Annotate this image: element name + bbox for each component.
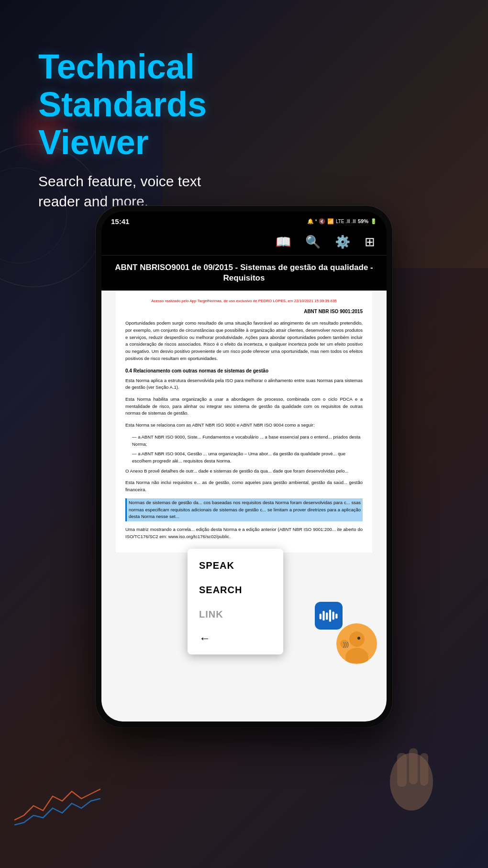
notification-icons: 🔔 * 🔇 <box>307 218 325 225</box>
wifi-icon: 📶 <box>327 218 334 225</box>
context-menu-search[interactable]: SEARCH <box>188 578 283 602</box>
document-page: Acesso realizado pelo App TargetNormas, … <box>116 291 372 552</box>
title-line3: Viewer <box>38 124 207 161</box>
svg-rect-12 <box>397 753 407 787</box>
header-area: Technical Standards Viewer Search featur… <box>38 48 207 212</box>
bullet-9000: — a ABNT NBR ISO 9000, Siste... Fundamen… <box>132 434 363 448</box>
document-content[interactable]: Acesso realizado pelo App TargetNormas, … <box>101 291 387 721</box>
battery-indicator: 59% <box>358 218 368 224</box>
grid-icon[interactable]: ⊞ <box>365 235 375 249</box>
title-line2: Standards <box>38 86 207 124</box>
mascot-face: ))) <box>336 623 377 664</box>
status-time: 15:41 <box>111 217 129 225</box>
status-bar: 15:41 🔔 * 🔇 📶 LTE .lll .lll 59% 🔋 <box>101 212 387 229</box>
phone-screen: 15:41 🔔 * 🔇 📶 LTE .lll .lll 59% 🔋 📖 🔍 ⚙️… <box>101 212 387 721</box>
svg-rect-5 <box>335 614 337 619</box>
hand-svg <box>383 724 440 820</box>
voice-mascot: ))) <box>315 602 377 664</box>
svg-rect-1 <box>322 611 324 620</box>
svg-rect-13 <box>409 748 418 784</box>
search-icon[interactable]: 🔍 <box>305 235 321 249</box>
title-line1: Technical <box>38 48 207 86</box>
paragraph-matriz: Uma matriz mostrando a correla... edição… <box>125 526 363 540</box>
line-chart-svg <box>14 782 100 830</box>
paragraph-norma-habilita: Esta Norma habilita uma organização a us… <box>125 396 363 417</box>
phone-outer-shell: 15:41 🔔 * 🔇 📶 LTE .lll .lll 59% 🔋 📖 🔍 ⚙️… <box>96 206 392 727</box>
paragraph-highlighted: Normas de sistemas de gestão da... cos b… <box>125 498 363 521</box>
book-icon[interactable]: 📖 <box>276 235 291 249</box>
document-title-bar: ABNT NBRISO9001 de 09/2015 - Sistemas de… <box>101 256 387 291</box>
status-icons: 🔔 * 🔇 📶 LTE .lll .lll 59% 🔋 <box>307 218 377 225</box>
context-menu-popup[interactable]: SPEAK SEARCH LINK ← <box>188 549 283 654</box>
paragraph-norma-nao-inclui: Esta Norma não inclui requisitos e... as… <box>125 479 363 493</box>
document-title: ABNT NBRISO9001 de 09/2015 - Sistemas de… <box>111 262 377 283</box>
svg-rect-3 <box>329 610 331 622</box>
app-subtitle: Search feature, voice text reader and mo… <box>38 171 206 212</box>
svg-rect-14 <box>420 753 428 786</box>
phone-mockup: 15:41 🔔 * 🔇 📶 LTE .lll .lll 59% 🔋 📖 🔍 ⚙️… <box>96 206 392 727</box>
svg-rect-0 <box>320 614 322 620</box>
face-svg: ))) <box>338 625 376 663</box>
svg-rect-4 <box>333 612 334 620</box>
app-title: Technical Standards Viewer <box>38 48 207 162</box>
wave-bars-svg <box>319 606 339 625</box>
svg-rect-2 <box>326 612 328 620</box>
norm-reference: ABNT NBR ISO 9001:2015 <box>125 308 363 315</box>
context-menu-link[interactable]: LINK <box>188 602 283 627</box>
battery-icon: 🔋 <box>370 218 377 225</box>
bullet-9004: — a ABNT NBR ISO 9004, Gestão ... uma or… <box>132 451 363 464</box>
settings-icon[interactable]: ⚙️ <box>335 235 350 249</box>
wave-animation-bubble <box>315 602 343 630</box>
document-watermark: Acesso realizado pelo App TargetNormas, … <box>125 298 363 304</box>
paragraph-norma-relaciona: Esta Norma se relaciona com as ABNT NBR … <box>125 422 363 429</box>
hand-decoration <box>383 724 469 844</box>
signal-icons: LTE .lll .lll <box>336 219 356 224</box>
context-menu-back[interactable]: ← <box>188 627 283 650</box>
context-menu-speak[interactable]: SPEAK <box>188 553 283 578</box>
chart-decoration <box>14 782 100 830</box>
svg-point-6 <box>349 631 365 647</box>
svg-point-10 <box>357 637 360 640</box>
app-toolbar: 📖 🔍 ⚙️ ⊞ <box>101 229 387 256</box>
svg-point-7 <box>345 648 368 663</box>
section-title-04: 0.4 Relacionamento com outras normas de … <box>125 367 363 374</box>
paragraph-norma-aplica: Esta Norma aplica a estrutura desenvolvi… <box>125 377 363 391</box>
paragraph-opportunities: Oportunidades podem surgir como resultad… <box>125 320 363 362</box>
svg-text:))): ))) <box>343 641 349 648</box>
paragraph-anexo-b: O Anexo B provê detalhes de outr... dade… <box>125 468 363 475</box>
